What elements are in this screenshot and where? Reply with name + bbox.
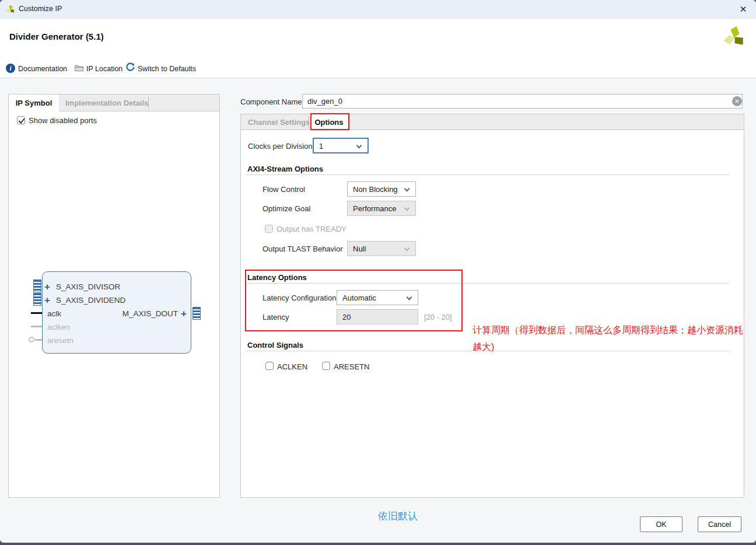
switch-to-defaults-button[interactable]: Switch to Defaults — [138, 65, 196, 73]
output-tlast-value: Null — [353, 244, 366, 253]
port-aresetn: aresetn — [47, 336, 74, 345]
documentation-button[interactable]: Documentation — [18, 65, 67, 73]
aresetn-checkbox[interactable] — [322, 362, 330, 370]
optimize-goal-dropdown: Performance — [347, 201, 416, 216]
xilinx-icon — [6, 5, 15, 14]
port-s-axis-divisor: S_AXIS_DIVISOR — [56, 282, 120, 291]
chevron-down-icon — [404, 246, 410, 251]
aresetn-label: ARESETN — [334, 362, 369, 371]
latency-red-annotation-box — [245, 270, 463, 331]
axi4-section-divider — [246, 174, 729, 175]
clocks-per-division-dropdown[interactable]: 1 — [313, 138, 369, 153]
flow-control-label: Flow Control — [262, 185, 305, 194]
footer-annotation-note: 依旧默认 — [378, 509, 418, 523]
output-has-tready-label: Output has TREADY — [276, 225, 346, 233]
titlebar — [0, 0, 756, 19]
tab-implementation-details[interactable]: Implementation Details — [65, 99, 148, 107]
aresetn-pin-stub — [35, 339, 42, 341]
show-disabled-ports-label: Show disabled ports — [29, 116, 97, 125]
output-tlast-label: Output TLAST Behavior — [262, 244, 343, 253]
port-aclk: aclk — [47, 309, 61, 318]
left-tab-separator — [148, 97, 149, 109]
aclk-pin-stub — [31, 312, 42, 314]
show-disabled-ports-checkbox[interactable] — [17, 116, 25, 124]
optimize-goal-value: Performance — [353, 204, 396, 213]
control-section-title: Control Signals — [247, 341, 303, 350]
aresetn-pin-circle — [29, 337, 34, 343]
bus-interface-icon — [33, 293, 41, 306]
axi4-section-title: AXI4-Stream Options — [247, 165, 323, 173]
aclken-pin-stub — [31, 326, 42, 327]
chevron-down-icon — [404, 205, 410, 211]
expand-port-icon[interactable]: + — [44, 296, 50, 305]
tab-channel-settings[interactable]: Channel Settings — [248, 118, 310, 127]
aclken-label: ACLKEN — [277, 362, 307, 371]
bus-interface-icon — [33, 280, 41, 292]
customize-ip-dialog: Customize IP ✕ Divider Generator (5.1) i… — [0, 0, 756, 543]
xilinx-logo — [723, 26, 746, 48]
ip-location-button[interactable]: IP Location — [86, 65, 123, 73]
cancel-button[interactable]: Cancel — [698, 516, 741, 532]
annotation-note-line1: 计算周期（得到数据后，间隔这么多周期得到结果；越小资源消耗 — [473, 324, 743, 337]
port-aclken: aclken — [47, 323, 70, 331]
info-icon: i — [6, 64, 15, 73]
expand-port-icon[interactable]: + — [181, 310, 187, 318]
tab-ip-symbol[interactable]: IP Symbol — [9, 95, 59, 112]
expand-port-icon[interactable]: + — [44, 283, 50, 291]
output-has-tready-checkbox — [265, 225, 273, 233]
chevron-down-icon — [404, 186, 410, 192]
flow-control-value: Non Blocking — [353, 185, 398, 194]
chevron-down-icon — [356, 143, 362, 149]
refresh-icon — [125, 62, 135, 72]
aclken-checkbox[interactable] — [265, 362, 274, 370]
flow-control-dropdown[interactable]: Non Blocking — [347, 181, 416, 197]
output-tlast-dropdown: Null — [347, 241, 416, 256]
page-title: Divider Generator (5.1) — [9, 32, 104, 41]
component-name-value: div_gen_0 — [307, 97, 342, 106]
clear-icon[interactable]: ✕ — [732, 96, 742, 106]
options-tab-red-annotation-box — [310, 113, 349, 130]
right-tab-separator — [309, 116, 309, 128]
bus-interface-icon — [192, 307, 201, 320]
optimize-goal-label: Optimize Goal — [262, 204, 310, 213]
port-m-axis-dout: M_AXIS_DOUT — [105, 309, 178, 318]
component-name-input[interactable] — [302, 94, 743, 109]
clocks-per-division-value: 1 — [319, 142, 323, 151]
close-icon[interactable]: ✕ — [735, 2, 751, 16]
ok-button[interactable]: OK — [640, 516, 682, 532]
folder-icon — [74, 63, 84, 72]
clocks-per-division-label: Clocks per Division — [248, 142, 313, 151]
component-name-label: Component Name — [240, 97, 302, 106]
control-section-divider — [246, 351, 729, 351]
window-title: Customize IP — [19, 5, 62, 13]
port-s-axis-dividend: S_AXIS_DIVIDEND — [56, 296, 125, 305]
annotation-note-line2: 越大) — [473, 341, 494, 354]
